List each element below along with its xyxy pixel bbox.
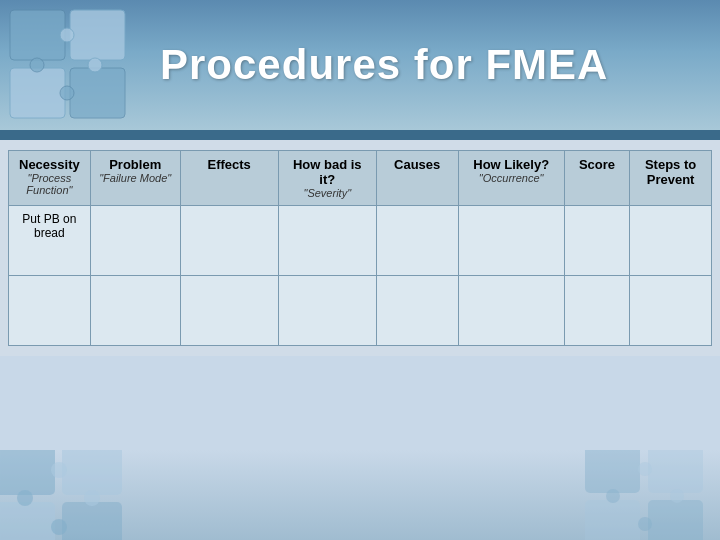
table-row: Put PB on bread xyxy=(9,206,712,276)
svg-rect-8 xyxy=(0,450,55,495)
fmea-table: Necessity "Process Function" Problem "Fa… xyxy=(8,150,712,346)
content-area: Necessity "Process Function" Problem "Fa… xyxy=(0,140,720,356)
svg-point-7 xyxy=(88,58,102,72)
cell-empty xyxy=(278,276,376,346)
puzzle-bottom-right-icon xyxy=(580,450,720,540)
svg-point-21 xyxy=(638,517,652,531)
svg-rect-1 xyxy=(70,10,125,60)
col-header-causes: Causes xyxy=(376,151,458,206)
header: Procedures for FMEA xyxy=(0,0,720,130)
col-header-score: Score xyxy=(564,151,629,206)
svg-rect-11 xyxy=(62,502,122,540)
svg-point-15 xyxy=(84,490,100,506)
cell-empty xyxy=(630,276,712,346)
cell-empty xyxy=(564,276,629,346)
puzzle-bottom-left-icon xyxy=(0,450,140,540)
svg-rect-10 xyxy=(0,502,55,540)
cell-howbad-0 xyxy=(278,206,376,276)
svg-point-12 xyxy=(51,462,67,478)
cell-empty xyxy=(458,276,564,346)
col-header-howlikely: How Likely? "Occurrence" xyxy=(458,151,564,206)
svg-rect-3 xyxy=(70,68,125,118)
svg-rect-19 xyxy=(648,500,703,540)
svg-point-5 xyxy=(60,86,74,100)
cell-effects-0 xyxy=(180,206,278,276)
col-header-howbad: How bad is it? "Severity" xyxy=(278,151,376,206)
col-header-effects: Effects xyxy=(180,151,278,206)
svg-rect-18 xyxy=(585,500,640,540)
cell-problem-0 xyxy=(90,206,180,276)
cell-causes-0 xyxy=(376,206,458,276)
page-title: Procedures for FMEA xyxy=(160,41,608,89)
cell-empty xyxy=(90,276,180,346)
cell-necessity-0: Put PB on bread xyxy=(9,206,91,276)
cell-steps-0 xyxy=(630,206,712,276)
svg-point-22 xyxy=(606,489,620,503)
svg-rect-16 xyxy=(585,450,640,493)
divider xyxy=(0,130,720,140)
svg-rect-9 xyxy=(62,450,122,495)
cell-empty xyxy=(376,276,458,346)
svg-rect-2 xyxy=(10,68,65,118)
cell-howlikely-0 xyxy=(458,206,564,276)
svg-point-23 xyxy=(670,489,684,503)
cell-empty xyxy=(9,276,91,346)
table-row xyxy=(9,276,712,346)
col-header-problem: Problem "Failure Mode" xyxy=(90,151,180,206)
svg-point-4 xyxy=(60,28,74,42)
col-header-steps: Steps to Prevent xyxy=(630,151,712,206)
svg-point-6 xyxy=(30,58,44,72)
table-header-row: Necessity "Process Function" Problem "Fa… xyxy=(9,151,712,206)
svg-point-14 xyxy=(17,490,33,506)
page-wrapper: Procedures for FMEA Necessity "Process F… xyxy=(0,0,720,540)
svg-point-20 xyxy=(638,462,652,476)
puzzle-top-left-icon xyxy=(0,0,140,130)
cell-empty xyxy=(180,276,278,346)
svg-rect-17 xyxy=(648,450,703,493)
col-header-necessity: Necessity "Process Function" xyxy=(9,151,91,206)
cell-score-0 xyxy=(564,206,629,276)
bottom-decoration xyxy=(0,450,720,540)
svg-rect-0 xyxy=(10,10,65,60)
svg-point-13 xyxy=(51,519,67,535)
